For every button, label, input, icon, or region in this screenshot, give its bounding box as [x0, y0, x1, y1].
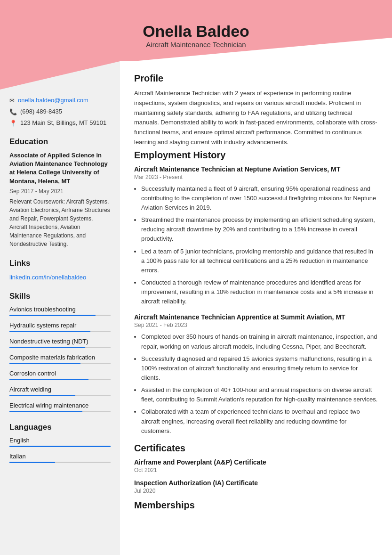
- linkedin-link[interactable]: linkedin.com/in/onellabaldeo: [9, 274, 86, 281]
- links-section: Links linkedin.com/in/onellabaldeo: [9, 259, 111, 281]
- sidebar: ✉ onella.baldeo@gmail.com 📞 (698) 489-84…: [0, 61, 120, 555]
- location-icon: 📍: [9, 120, 17, 127]
- skill-name: Nondestructive testing (NDT): [9, 338, 111, 345]
- skill-bar-fill: [9, 331, 90, 332]
- languages-heading: Languages: [9, 423, 111, 432]
- address-text: 123 Main St, Billings, MT 59101: [20, 119, 106, 126]
- profile-heading: Profile: [134, 73, 378, 84]
- skill-bar-fill: [9, 395, 75, 396]
- skill-bar-bg: [9, 315, 111, 316]
- email-icon: ✉: [9, 97, 15, 104]
- candidate-title: Aircraft Maintenance Technician: [146, 41, 246, 49]
- education-heading: Education: [9, 137, 111, 147]
- education-degree: Associate of Applied Science in Aviation…: [9, 151, 111, 186]
- cert-name: Inspection Authorization (IA) Certificat…: [134, 479, 378, 487]
- skill-item: Corrosion control: [9, 370, 111, 380]
- job-title: Aircraft Maintenance Technician Apprenti…: [134, 313, 378, 321]
- skill-name: Corrosion control: [9, 370, 111, 377]
- education-section: Education Associate of Applied Science i…: [9, 137, 111, 248]
- education-dates: Sep 2017 - May 2021: [9, 188, 111, 195]
- lang-bar-bg: [9, 446, 111, 447]
- phone-icon: 📞: [9, 108, 17, 115]
- header: Onella Baldeo Aircraft Maintenance Techn…: [0, 0, 392, 61]
- employment-section: Employment History Aircraft Maintenance …: [134, 150, 378, 436]
- lang-bar-bg: [9, 462, 111, 463]
- skill-name: Aircraft welding: [9, 386, 111, 393]
- email-item: ✉ onella.baldeo@gmail.com: [9, 97, 111, 104]
- job-title: Aircraft Maintenance Technician at Neptu…: [134, 165, 378, 173]
- job-dates: Sep 2021 - Feb 2023: [134, 322, 378, 328]
- cert-name: Airframe and Powerplant (A&P) Certificat…: [134, 458, 378, 466]
- skills-heading: Skills: [9, 292, 111, 301]
- bullet-item: Successfully maintained a fleet of 9 air…: [141, 184, 378, 212]
- certificates-heading: Certificates: [134, 443, 378, 454]
- job-bullets: Successfully maintained a fleet of 9 air…: [141, 184, 378, 307]
- memberships-section: Memberships: [134, 500, 378, 511]
- skill-bar-fill: [9, 347, 85, 348]
- skill-name: Avionics troubleshooting: [9, 306, 111, 313]
- candidate-name: Onella Baldeo: [143, 22, 249, 41]
- employment-heading: Employment History: [134, 150, 378, 161]
- body: ✉ onella.baldeo@gmail.com 📞 (698) 489-84…: [0, 61, 392, 555]
- skill-bar-bg: [9, 411, 111, 412]
- bullet-item: Streamlined the maintenance process by i…: [141, 215, 378, 244]
- skills-section: Skills Avionics troubleshooting Hydrauli…: [9, 292, 111, 412]
- certificates-section: Certificates Airframe and Powerplant (A&…: [134, 443, 378, 494]
- skill-name: Composite materials fabrication: [9, 354, 111, 361]
- skill-bar-fill: [9, 411, 82, 412]
- skill-name: Electrical wiring maintenance: [9, 402, 111, 409]
- skill-item: Avionics troubleshooting: [9, 306, 111, 316]
- contact-section: ✉ onella.baldeo@gmail.com 📞 (698) 489-84…: [9, 97, 111, 127]
- bullet-item: Assisted in the completion of 40+ 100-ho…: [141, 385, 378, 404]
- lang-bar-fill: [9, 462, 55, 463]
- skills-list: Avionics troubleshooting Hydraulic syste…: [9, 306, 111, 412]
- cert-entry: Airframe and Powerplant (A&P) Certificat…: [134, 458, 378, 473]
- memberships-heading: Memberships: [134, 500, 378, 511]
- skill-bar-fill: [9, 315, 96, 316]
- address-item: 📍 123 Main St, Billings, MT 59101: [9, 119, 111, 127]
- skill-item: Nondestructive testing (NDT): [9, 338, 111, 348]
- phone-item: 📞 (698) 489-8435: [9, 108, 111, 115]
- language-name: English: [9, 437, 111, 444]
- cert-date: Oct 2021: [134, 467, 378, 473]
- phone-number: (698) 489-8435: [20, 108, 62, 115]
- jobs-list: Aircraft Maintenance Technician at Neptu…: [134, 165, 378, 436]
- bullet-item: Successfully diagnosed and repaired 15 a…: [141, 354, 378, 383]
- skill-bar-bg: [9, 395, 111, 396]
- job-dates: Mar 2023 - Present: [134, 174, 378, 180]
- skill-name: Hydraulic systems repair: [9, 322, 111, 329]
- skill-item: Composite materials fabrication: [9, 354, 111, 364]
- bullet-item: Collaborated with a team of experienced …: [141, 407, 378, 435]
- links-heading: Links: [9, 259, 111, 268]
- skill-item: Electrical wiring maintenance: [9, 402, 111, 412]
- skill-item: Aircraft welding: [9, 386, 111, 396]
- bullet-item: Led a team of 5 junior technicians, prov…: [141, 247, 378, 275]
- certs-list: Airframe and Powerplant (A&P) Certificat…: [134, 458, 378, 494]
- skill-bar-fill: [9, 363, 80, 364]
- skill-bar-bg: [9, 331, 111, 332]
- language-name: Italian: [9, 453, 111, 460]
- lang-bar-fill: [9, 446, 111, 447]
- skill-bar-fill: [9, 379, 88, 380]
- job-entry: Aircraft Maintenance Technician Apprenti…: [134, 313, 378, 435]
- skill-bar-bg: [9, 379, 111, 380]
- job-bullets: Completed over 350 hours of hands-on tra…: [141, 332, 378, 435]
- languages-list: English Italian: [9, 437, 111, 463]
- skill-bar-bg: [9, 363, 111, 364]
- language-item: Italian: [9, 453, 111, 463]
- profile-section: Profile Aircraft Maintenance Technician …: [134, 73, 378, 147]
- bullet-item: Completed over 350 hours of hands-on tra…: [141, 332, 378, 351]
- bullet-item: Conducted a thorough review of maintenan…: [141, 278, 378, 306]
- cert-date: Jul 2020: [134, 488, 378, 494]
- resume: Onella Baldeo Aircraft Maintenance Techn…: [0, 0, 392, 555]
- education-coursework: Relevant Coursework: Aircraft Systems, A…: [9, 197, 111, 248]
- main-content: Profile Aircraft Maintenance Technician …: [120, 61, 392, 555]
- job-entry: Aircraft Maintenance Technician at Neptu…: [134, 165, 378, 307]
- languages-section: Languages English Italian: [9, 423, 111, 463]
- language-item: English: [9, 437, 111, 447]
- cert-entry: Inspection Authorization (IA) Certificat…: [134, 479, 378, 494]
- skill-bar-bg: [9, 347, 111, 348]
- email-link[interactable]: onella.baldeo@gmail.com: [18, 97, 88, 104]
- skill-item: Hydraulic systems repair: [9, 322, 111, 332]
- profile-text: Aircraft Maintenance Technician with 2 y…: [134, 89, 378, 147]
